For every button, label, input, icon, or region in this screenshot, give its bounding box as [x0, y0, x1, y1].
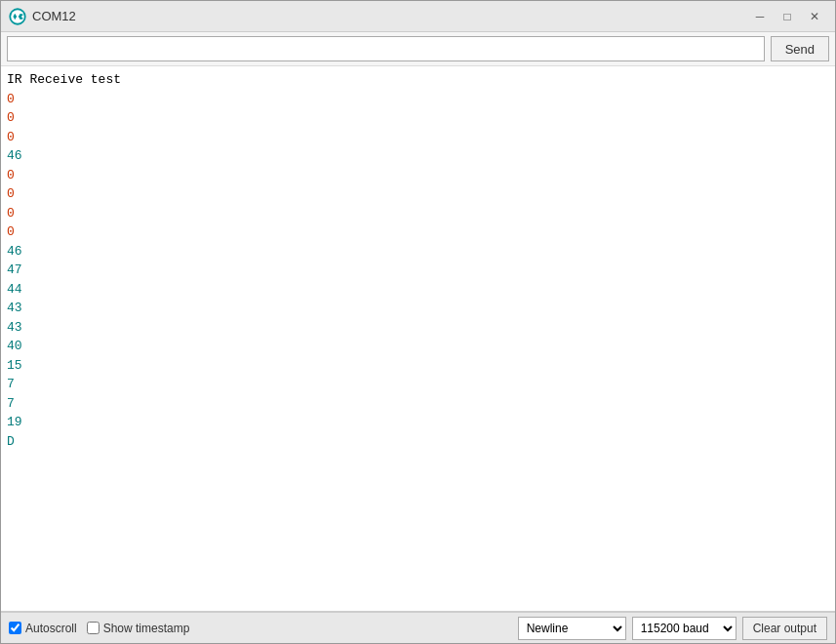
title-bar: COM12 ─ □ ✕	[1, 1, 835, 32]
output-line: 46	[7, 242, 829, 262]
newline-select[interactable]: NewlineNo line endingCarriage returnBoth…	[518, 617, 626, 640]
toolbar: Send	[1, 32, 835, 66]
send-button[interactable]: Send	[771, 36, 829, 61]
output-line: 43	[7, 299, 829, 318]
output-line: 0	[7, 184, 829, 204]
close-button[interactable]: ✕	[802, 7, 827, 26]
window-controls: ─ □ ✕	[747, 7, 827, 26]
output-line: D	[7, 432, 829, 452]
output-line: 46	[7, 146, 829, 166]
output-line: 19	[7, 413, 829, 432]
window-title: COM12	[32, 9, 747, 23]
minimize-button[interactable]: ─	[747, 7, 773, 26]
clear-output-button[interactable]: Clear output	[742, 617, 827, 640]
output-line: 44	[7, 280, 829, 300]
output-line: 0	[7, 166, 829, 185]
status-bar: Autoscroll Show timestamp NewlineNo line…	[1, 612, 835, 643]
baud-select[interactable]: 300 baud1200 baud2400 baud4800 baud9600 …	[632, 617, 736, 640]
output-line: 0	[7, 128, 829, 147]
svg-rect-4	[14, 14, 16, 19]
maximize-button[interactable]: □	[775, 7, 800, 26]
autoscroll-label[interactable]: Autoscroll	[25, 622, 77, 635]
output-line: 0	[7, 90, 829, 109]
main-window: COM12 ─ □ ✕ Send IR Receive test00046000…	[0, 0, 836, 644]
autoscroll-checkbox[interactable]	[9, 622, 21, 634]
output-line: 7	[7, 394, 829, 414]
serial-output[interactable]: IR Receive test0004600004647444343401577…	[1, 66, 835, 612]
output-line: 40	[7, 337, 829, 356]
svg-point-1	[11, 10, 24, 23]
output-line: 43	[7, 318, 829, 338]
timestamp-group: Show timestamp	[87, 622, 190, 635]
svg-rect-6	[20, 14, 23, 16]
output-line: 15	[7, 356, 829, 376]
output-line: IR Receive test	[7, 70, 829, 90]
output-line: 0	[7, 204, 829, 223]
timestamp-label[interactable]: Show timestamp	[103, 622, 190, 635]
output-line: 0	[7, 222, 829, 242]
output-line: 47	[7, 261, 829, 280]
output-line: 0	[7, 108, 829, 128]
timestamp-checkbox[interactable]	[87, 622, 100, 634]
app-logo	[9, 8, 26, 25]
serial-input[interactable]	[7, 36, 765, 61]
svg-rect-7	[20, 17, 23, 19]
output-line: 7	[7, 375, 829, 394]
autoscroll-group: Autoscroll	[9, 622, 77, 635]
